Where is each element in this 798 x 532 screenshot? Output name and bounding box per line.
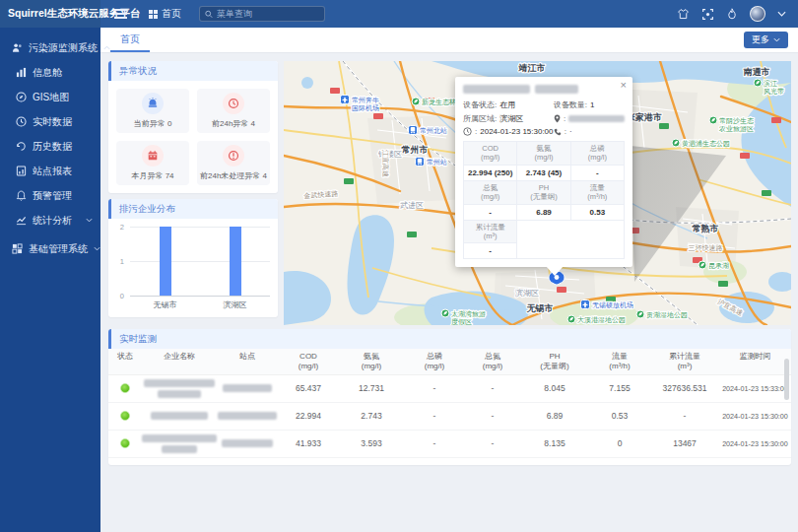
sidebar-item-info-cabin[interactable]: 信息舱 bbox=[0, 60, 100, 85]
stat-card-month-abnormal[interactable]: 本月异常 74 bbox=[116, 141, 189, 185]
table-row[interactable]: 22.9942.743--6.890.53-2024-01-23 15:30:0… bbox=[108, 403, 791, 431]
plane-poi[interactable]: 常州奔牛国际机场 bbox=[341, 96, 380, 112]
sidebar-item-realtime-data[interactable]: 实时数据 bbox=[0, 109, 100, 134]
status-dot-normal bbox=[120, 438, 130, 448]
gis-map[interactable]: 靖江市南通市张家港市常州市常熟市无锡市钟楼区武进区滨湖区金武快速路江宜高速三环快… bbox=[284, 61, 791, 325]
column-header[interactable]: 状态 bbox=[108, 349, 142, 374]
column-header[interactable]: PH(无量纲) bbox=[520, 349, 589, 374]
table-cell: 2.743 bbox=[339, 411, 404, 421]
sidebar-item-gis-map[interactable]: GIS地图 bbox=[0, 85, 100, 109]
table-row[interactable]: 65.43712.731--8.0457.155327636.5312024-0… bbox=[108, 375, 791, 403]
metric-header: 总磷(mg/l) bbox=[570, 142, 624, 166]
menu-search[interactable] bbox=[199, 6, 325, 22]
stat-label: 前24h未处理异常 4 bbox=[200, 170, 267, 181]
flame-icon[interactable] bbox=[726, 8, 738, 21]
map-label: 常阴沙生态 bbox=[719, 117, 754, 125]
colon: : bbox=[564, 114, 565, 123]
sidebar-item-statistics[interactable]: 统计分析 bbox=[0, 208, 100, 233]
home-grid-icon bbox=[149, 10, 158, 19]
stat-card-24h-unhandled-abnormal[interactable]: 前24h未处理异常 4 bbox=[197, 141, 270, 185]
column-header[interactable]: 监测时间 bbox=[719, 349, 791, 374]
clock-icon bbox=[463, 127, 472, 136]
x-axis-label: 无锡市 bbox=[154, 299, 177, 310]
breadcrumb[interactable]: 首页 bbox=[149, 7, 181, 21]
map-label: 常州站 bbox=[427, 159, 447, 166]
park-poi[interactable]: 新龙生态林 bbox=[412, 98, 456, 106]
chevron-down-icon[interactable] bbox=[777, 11, 786, 17]
table-scrollbar[interactable] bbox=[784, 359, 789, 400]
company-name-redacted bbox=[142, 412, 217, 420]
map-label: 江宜高速 bbox=[381, 150, 389, 177]
device-count-value: 1 bbox=[590, 100, 594, 109]
column-header[interactable]: 企业名称 bbox=[142, 349, 217, 374]
sidebar-item-pollution-monitor-system[interactable]: 污染源监测系统 bbox=[0, 35, 100, 60]
sidebar-item-label: 污染源监测系统 bbox=[29, 41, 98, 55]
column-header[interactable]: 总磷(mg/l) bbox=[404, 349, 465, 374]
column-header[interactable]: 氨氮(mg/l) bbox=[339, 349, 404, 374]
sidebar-item-label: 信息舱 bbox=[33, 66, 62, 80]
dashboard-icon bbox=[16, 67, 27, 78]
table-cell: - bbox=[404, 411, 465, 421]
sidebar-item-station-report[interactable]: 站点报表 bbox=[0, 159, 100, 183]
search-input[interactable] bbox=[217, 9, 319, 19]
bar-chart: 012无锡市滨湖区 bbox=[108, 219, 278, 317]
region-label: 所属区域: bbox=[463, 113, 497, 124]
map-label: 农业旅游区 bbox=[718, 125, 754, 133]
column-header[interactable]: 流量(m³/h) bbox=[589, 349, 650, 374]
column-header[interactable]: 站点 bbox=[217, 349, 278, 374]
tab-home[interactable]: 首页 bbox=[110, 28, 150, 52]
stat-card-24h-abnormal[interactable]: 前24h异常 4 bbox=[197, 89, 270, 133]
bar-无锡市[interactable] bbox=[160, 227, 171, 296]
sidebar-item-label: 预警管理 bbox=[33, 189, 72, 203]
stat-card-current-abnormal[interactable]: 当前异常 0 bbox=[116, 89, 189, 133]
train-poi[interactable]: 常州站 bbox=[416, 158, 448, 166]
device-status-label: 设备状态: bbox=[463, 100, 497, 110]
map-label: 风光带 bbox=[764, 88, 784, 96]
bar-滨湖区[interactable] bbox=[230, 227, 241, 296]
map-label: 滨湖区 bbox=[515, 289, 539, 298]
sidebar-item-basic-management-system[interactable]: 基础管理系统 bbox=[0, 236, 100, 261]
park-poi[interactable]: 常阴沙生态农业旅游区 bbox=[709, 116, 754, 133]
search-icon bbox=[205, 10, 213, 19]
company-name-redacted bbox=[142, 434, 217, 453]
park-poi[interactable]: 贡湖湿地公园 bbox=[636, 310, 688, 319]
y-axis-tick: 0 bbox=[108, 292, 124, 300]
hamburger-menu-icon[interactable] bbox=[114, 9, 127, 19]
column-header[interactable]: 累计流量(m³) bbox=[650, 349, 719, 374]
sidebar-nav: 污染源监测系统 信息舱 GIS地图 实时数据 历史数据 站点报表 预警管理 统计… bbox=[0, 28, 100, 532]
chevron-down-icon bbox=[94, 246, 100, 251]
tab-home-label: 首页 bbox=[120, 33, 140, 46]
panel-title: 异常状况 bbox=[108, 61, 278, 81]
abnormal-status-panel: 异常状况 当前异常 0 前24h异常 4 本月异常 74 前24h未处理异常 4 bbox=[108, 61, 278, 193]
sidebar-item-alert-management[interactable]: 预警管理 bbox=[0, 183, 100, 208]
settings-icon bbox=[12, 243, 23, 254]
table-cell: - bbox=[465, 438, 520, 448]
table-cell: 7.155 bbox=[589, 383, 650, 393]
column-header[interactable]: COD(mg/l) bbox=[278, 349, 339, 374]
more-button[interactable]: 更多 bbox=[744, 32, 788, 48]
table-cell: 8.135 bbox=[520, 438, 589, 448]
map-label: 常州奔牛 bbox=[352, 97, 379, 104]
plane-poi[interactable]: 无锡硕放机场 bbox=[581, 300, 634, 309]
sidebar-item-label: GIS地图 bbox=[33, 91, 69, 104]
metric-header: 累计流量(m³) bbox=[464, 220, 517, 243]
table-row[interactable]: 41.9333.593--8.1350134672024-01-23 15:30… bbox=[108, 431, 791, 458]
train-poi[interactable]: 常州北站 bbox=[409, 126, 448, 135]
map-label: 国际机场 bbox=[352, 104, 379, 112]
user-avatar[interactable] bbox=[750, 6, 765, 22]
column-header[interactable]: 总氮(mg/l) bbox=[465, 349, 520, 374]
close-icon[interactable]: × bbox=[621, 80, 627, 91]
screenshot-icon[interactable] bbox=[701, 8, 714, 21]
map-label: 金武快速路 bbox=[303, 190, 338, 200]
sidebar-item-history-data[interactable]: 历史数据 bbox=[0, 134, 100, 159]
tab-bar: 首页 更多 bbox=[100, 28, 798, 53]
stat-label: 本月异常 74 bbox=[131, 170, 173, 181]
park-poi[interactable]: 昆承湖 bbox=[698, 261, 729, 270]
stat-label: 前24h异常 4 bbox=[212, 118, 255, 129]
stat-label: 当前异常 0 bbox=[134, 118, 172, 129]
table-cell: 13467 bbox=[650, 438, 719, 448]
theme-skin-icon[interactable] bbox=[677, 8, 690, 21]
metric-value: 22.994 (250) bbox=[464, 165, 517, 180]
map-label: 无锡硕放机场 bbox=[592, 301, 633, 309]
sidebar-item-label: 历史数据 bbox=[33, 140, 72, 154]
